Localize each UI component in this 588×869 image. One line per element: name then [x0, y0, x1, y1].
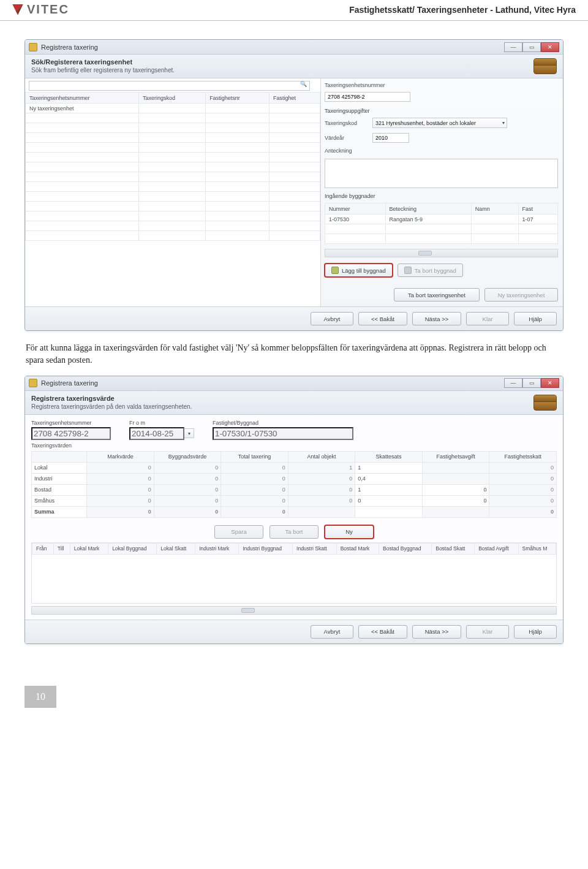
- app-icon: [29, 43, 37, 51]
- bakat-button[interactable]: << Bakåt: [358, 312, 407, 325]
- cell-mark[interactable]: 0: [87, 473, 154, 484]
- col-header[interactable]: Bostad Byggnad: [379, 543, 432, 554]
- col-header[interactable]: Industri Mark: [195, 543, 239, 554]
- tabort-button[interactable]: Ta bort: [270, 525, 318, 539]
- klar-button[interactable]: Klar: [466, 625, 509, 639]
- cell-total[interactable]: 0: [221, 484, 288, 495]
- cell-avgift[interactable]: 0: [422, 495, 489, 506]
- col-header[interactable]: Taxeringsenhetsnummer: [26, 93, 139, 104]
- date-dropdown-button[interactable]: ▾: [184, 428, 194, 438]
- ny-button[interactable]: Ny: [325, 525, 374, 539]
- bakat-button[interactable]: << Bakåt: [358, 625, 407, 639]
- cell-antal[interactable]: 0: [288, 473, 355, 484]
- cell-avgift[interactable]: [422, 473, 489, 484]
- history-table[interactable]: FrånTillLokal MarkLokal ByggnadLokal Ska…: [32, 543, 556, 602]
- enhetsnummer-input[interactable]: [325, 92, 410, 102]
- table-row[interactable]: Ny taxeringsenhet: [26, 104, 320, 113]
- maximize-button[interactable]: ▭: [522, 42, 541, 52]
- cell-skatt[interactable]: 0: [489, 506, 557, 517]
- cell-sats[interactable]: [355, 506, 423, 517]
- col-header[interactable]: Nummer: [325, 203, 385, 214]
- results-grid[interactable]: Taxeringsenhetsnummer Taxeringskod Fasti…: [25, 92, 320, 241]
- cell-skatt[interactable]: 0: [489, 473, 557, 484]
- cell-avgift[interactable]: [422, 506, 489, 517]
- cell-antal[interactable]: 1: [288, 462, 355, 473]
- remove-building-button[interactable]: Ta bort byggnad: [398, 264, 463, 277]
- cell-bygg[interactable]: 0: [154, 506, 221, 517]
- ingaende-grid[interactable]: Nummer Beteckning Namn Fast 1-07530 Rang…: [325, 203, 558, 244]
- table-row[interactable]: 1-07530 Rangatan 5-9 1-07: [325, 214, 557, 224]
- avbryt-button[interactable]: Avbryt: [311, 625, 353, 639]
- horizontal-scrollbar[interactable]: [325, 249, 558, 257]
- cell-mark[interactable]: 0: [87, 462, 154, 473]
- cell-total[interactable]: 0: [221, 473, 288, 484]
- close-button[interactable]: ✕: [541, 42, 559, 52]
- minimize-button[interactable]: —: [504, 378, 522, 388]
- col-header[interactable]: Fastighetsnr: [206, 93, 270, 104]
- nasta-button[interactable]: Nästa >>: [412, 625, 461, 639]
- hjalp-button[interactable]: Hjälp: [514, 312, 557, 325]
- new-enhet-button[interactable]: Ny taxeringsenhet: [484, 288, 558, 302]
- cell-total[interactable]: 0: [221, 506, 288, 517]
- maximize-button[interactable]: ▭: [522, 378, 541, 388]
- klar-button[interactable]: Klar: [466, 312, 509, 325]
- taxkod-select[interactable]: 321 Hyreshusenhet, bostäder och lokaler …: [372, 118, 507, 128]
- avbryt-button[interactable]: Avbryt: [311, 312, 353, 325]
- cell-avgift[interactable]: [422, 462, 489, 473]
- col-header[interactable]: Fast: [518, 203, 557, 214]
- cell-skatt[interactable]: 0: [489, 495, 557, 506]
- col-header[interactable]: Namn: [471, 203, 518, 214]
- cell-bygg[interactable]: 0: [154, 495, 221, 506]
- cell: [206, 104, 270, 113]
- close-button[interactable]: ✕: [541, 378, 559, 388]
- enhetsnr-label: Taxeringsenhetsnummer: [31, 420, 111, 426]
- cell-antal[interactable]: [288, 506, 355, 517]
- col-header[interactable]: Industri Skatt: [293, 543, 337, 554]
- col-header[interactable]: Småhus M: [518, 543, 556, 554]
- nasta-button[interactable]: Nästa >>: [412, 312, 461, 325]
- cell-skatt[interactable]: 0: [489, 484, 557, 495]
- cell-sats[interactable]: 1: [355, 462, 423, 473]
- cell-bygg[interactable]: 0: [154, 462, 221, 473]
- vardear-input[interactable]: [372, 133, 409, 143]
- col-header[interactable]: Lokal Mark: [70, 543, 108, 554]
- cell-sats[interactable]: 1: [355, 484, 423, 495]
- cell-antal[interactable]: 0: [288, 495, 355, 506]
- col-header: Antal objekt: [288, 451, 355, 462]
- titlebar: Registrera taxering — ▭ ✕: [25, 40, 563, 55]
- btn-label: Hjälp: [529, 628, 542, 635]
- minimize-button[interactable]: —: [504, 42, 522, 52]
- col-header[interactable]: Bostad Avgift: [475, 543, 518, 554]
- col-header[interactable]: Till: [53, 543, 70, 554]
- col-header[interactable]: Från: [32, 543, 54, 554]
- add-building-button[interactable]: Lägg till byggnad: [325, 264, 393, 277]
- col-header[interactable]: Beteckning: [385, 203, 471, 214]
- horizontal-scrollbar[interactable]: [31, 606, 557, 615]
- col-header[interactable]: Bostad Mark: [336, 543, 379, 554]
- cell-mark[interactable]: 0: [87, 484, 154, 495]
- cell-sats[interactable]: 0: [355, 495, 423, 506]
- remove-enhet-button[interactable]: Ta bort taxeringsenhet: [394, 288, 480, 302]
- search-input[interactable]: [29, 81, 310, 91]
- col-header[interactable]: Industri Byggnad: [239, 543, 293, 554]
- cell-skatt[interactable]: 0: [489, 462, 557, 473]
- cell-bygg[interactable]: 0: [154, 484, 221, 495]
- col-header[interactable]: Lokal Byggnad: [108, 543, 157, 554]
- cell-total[interactable]: 0: [221, 495, 288, 506]
- anteckning-textarea[interactable]: [325, 159, 558, 188]
- btn-label: Klar: [483, 316, 493, 322]
- spara-button[interactable]: Spara: [214, 525, 263, 539]
- col-header[interactable]: Taxeringskod: [138, 93, 205, 104]
- cell-avgift[interactable]: 0: [422, 484, 489, 495]
- hjalp-button[interactable]: Hjälp: [514, 625, 557, 639]
- from-input[interactable]: [129, 427, 184, 440]
- cell-bygg[interactable]: 0: [154, 473, 221, 484]
- col-header[interactable]: Bostad Skatt: [432, 543, 475, 554]
- col-header[interactable]: Fastighet: [269, 93, 320, 104]
- cell-sats[interactable]: 0,4: [355, 473, 423, 484]
- cell-antal[interactable]: 0: [288, 484, 355, 495]
- col-header[interactable]: Lokal Skatt: [157, 543, 195, 554]
- cell-mark[interactable]: 0: [87, 495, 154, 506]
- cell-mark[interactable]: 0: [87, 506, 154, 517]
- cell-total[interactable]: 0: [221, 462, 288, 473]
